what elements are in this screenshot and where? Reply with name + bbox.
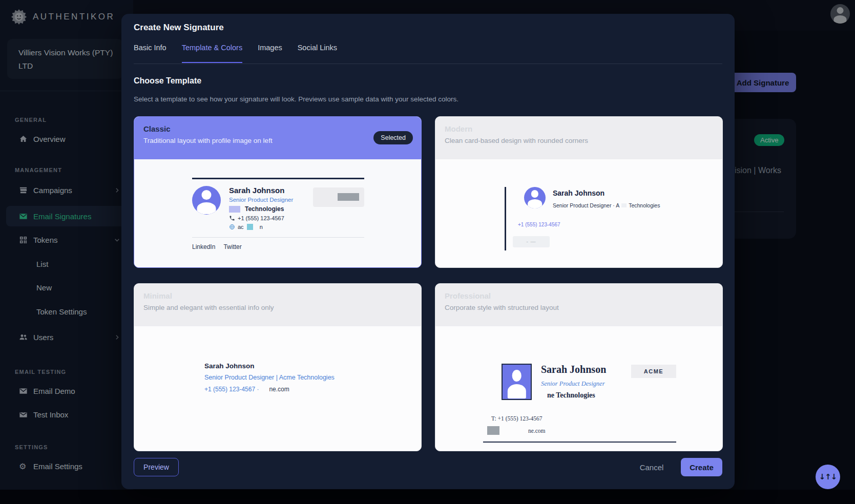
- social-link-linkedin: LinkedIn: [192, 243, 215, 250]
- person-icon: [524, 187, 546, 208]
- sample-website-start: ac: [238, 224, 244, 230]
- sample-name: Sarah Johnson: [229, 186, 293, 195]
- template-card-classic[interactable]: Classic Traditional layout with profile …: [134, 116, 422, 268]
- sliders-icon: ↓↑↓: [819, 472, 837, 481]
- sample-phone: +1 (555) 123-4567: [238, 215, 284, 221]
- social-link-twitter: Twitter: [223, 243, 241, 250]
- tab-social-links[interactable]: Social Links: [298, 44, 337, 63]
- sample-company: Technologies: [245, 205, 284, 213]
- sample-job-title: Senior Product Designer: [541, 380, 606, 388]
- sample-name: Sarah Johnson: [553, 189, 604, 197]
- filters-fab-button[interactable]: ↓↑↓: [816, 465, 840, 489]
- sample-phone: +1 (555) 123-4567: [518, 222, 560, 227]
- choose-template-subtitle: Select a template to see how your signat…: [134, 95, 458, 103]
- template-name: Professional: [445, 291, 713, 300]
- sample-job-company-end: Technologies: [629, 202, 660, 208]
- template-card-header: Professional Corporate style with struct…: [435, 284, 722, 326]
- redaction-block: [487, 426, 499, 435]
- sample-job-title: Senior Product Designer: [229, 197, 293, 203]
- redaction-block: [247, 224, 253, 230]
- sample-job-company: Senior Product Designer | Acme Technolog…: [204, 374, 335, 381]
- template-preview: Sarah Johnson Senior Product Designer Te…: [134, 159, 421, 268]
- accent-bar: [505, 187, 506, 250]
- create-signature-modal: Create New Signature Basic Info Template…: [121, 14, 735, 489]
- template-card-minimal[interactable]: Minimal Simple and elegant with essentia…: [134, 283, 422, 451]
- template-name: Classic: [143, 124, 412, 133]
- choose-template-title: Choose Template: [134, 76, 201, 86]
- sample-name: Sarah Johnson: [541, 364, 606, 375]
- profile-avatar: [502, 364, 532, 400]
- sample-company: ne Technologies: [541, 391, 606, 400]
- preview-button[interactable]: Preview: [134, 458, 179, 476]
- redaction-block: [621, 203, 627, 207]
- template-name: Minimal: [143, 291, 412, 300]
- globe-icon: [229, 224, 235, 230]
- redaction-block: [229, 206, 240, 213]
- template-description: Simple and elegant with essential info o…: [143, 304, 412, 311]
- template-preview: Sarah Johnson Senior Product Designer ne…: [435, 326, 722, 451]
- template-card-header: Modern Clean card-based design with roun…: [435, 117, 722, 159]
- tab-basic-info[interactable]: Basic Info: [134, 44, 166, 63]
- tab-images[interactable]: Images: [258, 44, 282, 63]
- phone-icon: [229, 215, 235, 221]
- company-logo-badge: ACME: [631, 365, 676, 378]
- sample-phone: +1 (555) 123-4567 ·: [204, 386, 259, 393]
- selected-badge: Selected: [373, 131, 413, 144]
- sample-website: ne.com: [269, 386, 289, 393]
- template-description: Traditional layout with profile image on…: [143, 137, 412, 144]
- sample-website: ne.com: [528, 428, 546, 434]
- sample-name: Sarah Johnson: [204, 362, 335, 370]
- profile-avatar: [192, 186, 221, 215]
- tabs-separator: [134, 64, 722, 64]
- signature-divider: [192, 237, 364, 238]
- template-card-modern[interactable]: Modern Clean card-based design with roun…: [435, 116, 723, 268]
- company-logo-placeholder: [313, 187, 364, 207]
- template-card-header: Minimal Simple and elegant with essentia…: [134, 284, 421, 326]
- template-description: Clean card-based design with rounded cor…: [445, 137, 713, 144]
- cancel-button[interactable]: Cancel: [626, 463, 677, 472]
- modal-tabs: Basic Info Template & Colors Images Soci…: [134, 44, 337, 63]
- person-icon: [192, 186, 221, 215]
- template-preview: Sarah Johnson Senior Product Designer · …: [435, 159, 722, 268]
- create-button[interactable]: Create: [681, 458, 722, 476]
- company-logo-placeholder: - —: [513, 236, 550, 247]
- screen: AUTHENTIKOR Villiers Vision Works (PTY) …: [0, 0, 855, 504]
- template-card-professional[interactable]: Professional Corporate style with struct…: [435, 283, 723, 451]
- tab-template-colors[interactable]: Template & Colors: [182, 44, 242, 63]
- person-icon: [503, 365, 531, 399]
- sample-job-company-start: Senior Product Designer · A: [553, 202, 619, 208]
- modal-title: Create New Signature: [134, 23, 224, 33]
- template-preview: Sarah Johnson Senior Product Designer | …: [134, 326, 421, 451]
- template-name: Modern: [445, 124, 713, 133]
- template-description: Corporate style with structured layout: [445, 304, 713, 311]
- sample-website-end: n: [260, 224, 263, 230]
- signature-bottom-rule: [483, 442, 676, 443]
- template-card-header: Classic Traditional layout with profile …: [134, 117, 421, 159]
- profile-avatar: [524, 187, 546, 208]
- sample-phone: T: +1 (555) 123-4567: [483, 415, 676, 422]
